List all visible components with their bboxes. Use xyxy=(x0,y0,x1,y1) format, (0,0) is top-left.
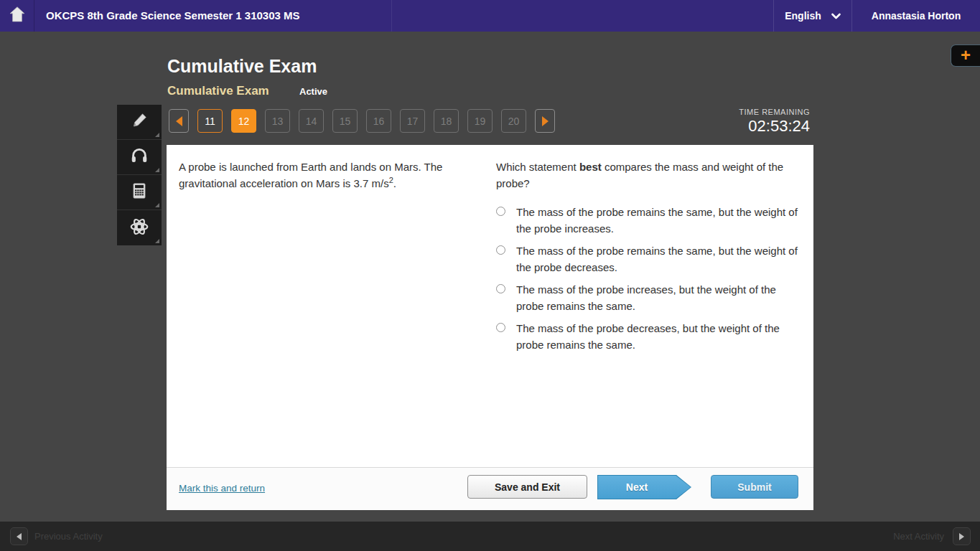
expand-plus-tab[interactable]: + xyxy=(951,44,980,67)
question-body: A probe is launched from Earth and lands… xyxy=(167,145,813,467)
save-and-exit-button[interactable]: Save and Exit xyxy=(467,475,587,499)
expand-corner-icon xyxy=(155,203,159,207)
previous-activity-label: Previous Activity xyxy=(34,531,103,542)
question-footer: Mark this and return Save and Exit Next … xyxy=(167,467,813,510)
bottom-bar: Previous Activity Next Activity xyxy=(0,522,980,551)
tool-sidebar xyxy=(117,105,162,245)
answer-option[interactable]: The mass of the probe remains the same, … xyxy=(496,242,803,276)
question-nav-button[interactable]: 15 xyxy=(332,109,358,133)
atom-icon xyxy=(129,216,150,240)
question-nav-button[interactable]: 12 xyxy=(231,109,256,133)
exam-page: OKCPS 8th Grade Science Semester 1 31030… xyxy=(0,0,980,551)
mark-and-return-link[interactable]: Mark this and return xyxy=(179,483,265,494)
prompt-text: Which statement xyxy=(496,161,579,173)
language-selector[interactable]: English xyxy=(773,0,851,32)
calculator-icon xyxy=(130,182,149,203)
question-prompt-column: Which statement best compares the mass a… xyxy=(496,159,803,359)
question-nav-button[interactable]: 13 xyxy=(265,109,290,133)
previous-activity-button[interactable] xyxy=(10,527,28,545)
radio-button[interactable] xyxy=(496,207,505,216)
question-nav-button[interactable]: 18 xyxy=(434,109,459,133)
stimulus-text-after: . xyxy=(393,177,396,189)
prev-question-button[interactable] xyxy=(169,109,189,133)
timer: TIME REMAINING 02:53:24 xyxy=(739,108,810,136)
prompt-bold-text: best xyxy=(579,161,602,173)
highlighter-icon xyxy=(130,111,149,133)
next-activity-label: Next Activity xyxy=(893,531,944,542)
answer-options: The mass of the probe remains the same, … xyxy=(496,204,803,353)
question-nav-button[interactable]: 14 xyxy=(299,109,324,133)
submit-button[interactable]: Submit xyxy=(711,475,798,499)
timer-value: 02:53:24 xyxy=(739,117,810,136)
user-name: Annastasia Horton xyxy=(872,10,961,22)
next-activity-button[interactable] xyxy=(953,527,971,545)
next-arrow-icon xyxy=(542,116,549,126)
next-button[interactable]: Next xyxy=(597,475,691,499)
page-title: Cumulative Exam xyxy=(167,56,317,77)
next-question-button[interactable] xyxy=(535,109,555,133)
option-label[interactable]: The mass of the probe decreases, but the… xyxy=(516,320,803,353)
highlighter-tool-button[interactable] xyxy=(117,105,162,140)
language-label: English xyxy=(785,10,821,22)
expand-corner-icon xyxy=(155,239,159,243)
next-activity-arrow-icon xyxy=(959,533,964,540)
prev-arrow-icon xyxy=(176,116,182,126)
question-nav-button[interactable]: 20 xyxy=(501,109,526,133)
question-nav-button[interactable]: 17 xyxy=(400,109,425,133)
calculator-tool-button[interactable] xyxy=(117,175,162,210)
question-stimulus: A probe is launched from Earth and lands… xyxy=(179,159,484,192)
stimulus-text: A probe is launched from Earth and lands… xyxy=(179,161,442,189)
prev-activity-arrow-icon xyxy=(17,533,22,540)
expand-corner-icon xyxy=(155,133,159,137)
home-button[interactable] xyxy=(0,0,34,32)
headphones-icon xyxy=(129,146,149,168)
radio-button[interactable] xyxy=(496,284,505,293)
question-nav: 11 12 13 14 15 16 17 18 19 20 xyxy=(169,109,555,133)
topbar-divider xyxy=(391,0,392,32)
option-label[interactable]: The mass of the probe remains the same, … xyxy=(516,242,803,276)
option-label[interactable]: The mass of the probe remains the same, … xyxy=(516,204,803,237)
chevron-down-icon xyxy=(831,10,841,22)
science-reference-tool-button[interactable] xyxy=(117,210,162,245)
status-badge: Active xyxy=(299,86,327,97)
user-menu[interactable]: Annastasia Horton xyxy=(851,0,980,32)
answer-option[interactable]: The mass of the probe increases, but the… xyxy=(496,281,803,314)
home-icon xyxy=(7,4,27,27)
question-nav-button[interactable]: 16 xyxy=(366,109,391,133)
timer-label: TIME REMAINING xyxy=(739,108,810,116)
radio-button[interactable] xyxy=(496,245,505,255)
course-title: OKCPS 8th Grade Science Semester 1 31030… xyxy=(46,0,300,32)
exam-subtitle: Cumulative Exam xyxy=(167,84,269,98)
expand-corner-icon xyxy=(155,168,159,172)
question-nav-button[interactable]: 11 xyxy=(197,109,223,133)
question-nav-button[interactable]: 19 xyxy=(467,109,493,133)
top-bar: OKCPS 8th Grade Science Semester 1 31030… xyxy=(0,0,980,32)
answer-option[interactable]: The mass of the probe remains the same, … xyxy=(496,204,803,237)
radio-button[interactable] xyxy=(496,323,505,332)
audio-tool-button[interactable] xyxy=(117,140,162,175)
question-panel: A probe is launched from Earth and lands… xyxy=(167,145,813,510)
question-prompt: Which statement best compares the mass a… xyxy=(496,159,803,192)
next-button-label: Next xyxy=(597,475,676,499)
option-label[interactable]: The mass of the probe increases, but the… xyxy=(516,281,803,314)
answer-option[interactable]: The mass of the probe decreases, but the… xyxy=(496,320,803,353)
